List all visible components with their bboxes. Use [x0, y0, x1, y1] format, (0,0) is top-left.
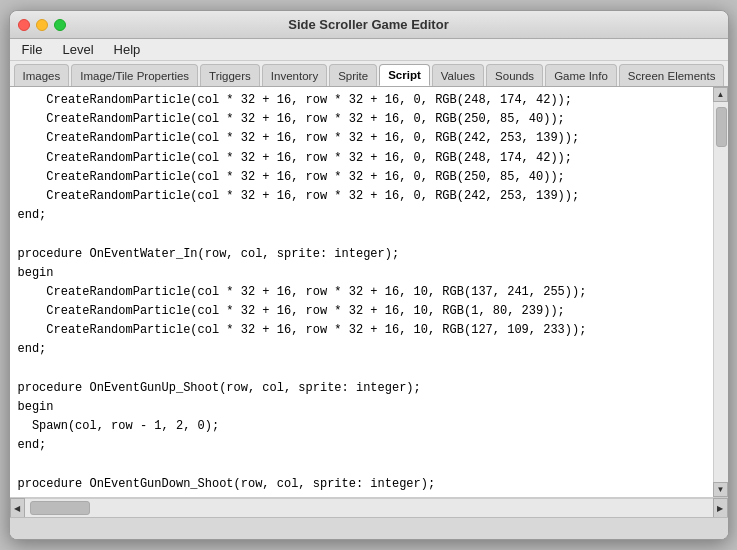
code-scroll-area[interactable]: CreateRandomParticle(col * 32 + 16, row … — [10, 87, 713, 497]
minimize-button[interactable] — [36, 19, 48, 31]
close-button[interactable] — [18, 19, 30, 31]
main-window: Side Scroller Game Editor File Level Hel… — [9, 10, 729, 540]
content-area: CreateRandomParticle(col * 32 + 16, row … — [10, 87, 728, 517]
status-bar — [10, 517, 728, 539]
scroll-up-button[interactable]: ▲ — [713, 87, 728, 102]
tab-images[interactable]: Images — [14, 64, 70, 86]
scroll-thumb-vertical[interactable] — [716, 107, 727, 147]
tab-screen-elements[interactable]: Screen Elements — [619, 64, 725, 86]
tabs-bar: Images Image/Tile Properties Triggers In… — [10, 61, 728, 87]
menu-bar: File Level Help — [10, 39, 728, 61]
traffic-lights — [18, 19, 66, 31]
tab-game-info[interactable]: Game Info — [545, 64, 617, 86]
tab-sprite[interactable]: Sprite — [329, 64, 377, 86]
tab-script[interactable]: Script — [379, 64, 430, 86]
menu-file[interactable]: File — [18, 40, 47, 59]
tab-sounds[interactable]: Sounds — [486, 64, 543, 86]
scroll-up-icon: ▲ — [717, 90, 725, 99]
editor-container: CreateRandomParticle(col * 32 + 16, row … — [10, 87, 728, 497]
scroll-track-horizontal[interactable] — [25, 498, 713, 517]
vertical-scrollbar: ▲ ▼ — [713, 87, 728, 497]
scroll-right-icon: ▶ — [717, 504, 723, 513]
scroll-left-button[interactable]: ◀ — [10, 498, 25, 517]
tab-triggers[interactable]: Triggers — [200, 64, 260, 86]
tab-inventory[interactable]: Inventory — [262, 64, 327, 86]
scroll-track-vertical[interactable] — [714, 102, 728, 482]
scroll-down-button[interactable]: ▼ — [713, 482, 728, 497]
menu-help[interactable]: Help — [110, 40, 145, 59]
scroll-left-icon: ◀ — [14, 504, 20, 513]
scroll-thumb-horizontal[interactable] — [30, 501, 90, 515]
title-bar: Side Scroller Game Editor — [10, 11, 728, 39]
tab-values[interactable]: Values — [432, 64, 484, 86]
window-title: Side Scroller Game Editor — [288, 17, 448, 32]
scroll-down-icon: ▼ — [717, 485, 725, 494]
tab-image-tile-properties[interactable]: Image/Tile Properties — [71, 64, 198, 86]
scroll-right-button[interactable]: ▶ — [713, 498, 728, 517]
code-content: CreateRandomParticle(col * 32 + 16, row … — [10, 87, 713, 497]
maximize-button[interactable] — [54, 19, 66, 31]
bottom-bar: ◀ ▶ — [10, 497, 728, 517]
menu-level[interactable]: Level — [58, 40, 97, 59]
